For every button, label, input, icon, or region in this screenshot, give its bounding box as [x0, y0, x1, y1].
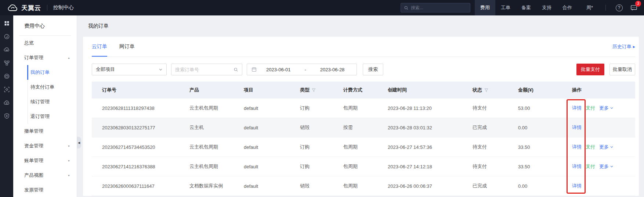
order-number-search[interactable]: [171, 64, 242, 75]
network-topology-icon[interactable]: [4, 60, 10, 66]
date-end[interactable]: 2023-06-28: [320, 67, 345, 72]
column-label: 订单号: [102, 87, 116, 93]
cloud-server-icon[interactable]: [4, 47, 10, 53]
sidebar-item[interactable]: 我的订单: [13, 65, 77, 80]
chevron-down-icon: ▼: [68, 174, 70, 177]
chevron-up-icon: ▲: [68, 57, 70, 59]
scan-focus-icon: [4, 86, 10, 93]
column-label: 状态: [473, 87, 482, 93]
messages-button[interactable]: 3: [626, 0, 641, 15]
cell-project: default: [244, 125, 300, 130]
sidebar-item[interactable]: 账单管理▼: [13, 153, 77, 168]
detail-action-link[interactable]: 详情: [572, 183, 582, 189]
sidebar-item[interactable]: 待支付订单: [13, 80, 77, 94]
sidebar-item-label: 我的订单: [30, 69, 50, 76]
cell-billing: 包周期: [343, 163, 388, 170]
detail-action-link[interactable]: 详情: [572, 144, 582, 150]
cell-product: 云主机: [189, 124, 244, 131]
orders-table-header: 订单号产品项目类型计费方式创建时间状态金额(¥)操作: [92, 82, 635, 98]
cell-billing: 包周期: [343, 144, 388, 150]
apps-grid-icon[interactable]: [4, 20, 10, 26]
column-label: 创建时间: [388, 87, 407, 93]
cell-amount: 33.50: [518, 144, 572, 150]
sidebar-item[interactable]: 续订管理: [13, 94, 77, 109]
cell-order-no: 20230627145734453520: [102, 144, 189, 150]
cell-status: 待支付: [473, 144, 518, 150]
pay-action-link[interactable]: 支付: [586, 105, 595, 111]
global-search-input[interactable]: [411, 5, 467, 10]
date-start[interactable]: 2023-06-01: [266, 67, 291, 72]
cell-product: 云主机包周期: [189, 105, 244, 111]
cell-created: 2023-06-28 11:13:20: [388, 105, 473, 111]
sidebar-item[interactable]: 撤单管理: [13, 124, 77, 139]
dashboard-gauge-icon: [4, 33, 10, 40]
row-actions: 详情支付更多: [572, 144, 635, 150]
cell-billing: 包周期: [343, 183, 388, 189]
cell-created: 2023-06-26 00:06:37: [388, 183, 473, 189]
nav-menu-item[interactable]: 工单: [495, 0, 516, 15]
table-column-header: 计费方式: [343, 87, 388, 93]
search-button[interactable]: 搜索: [363, 64, 383, 75]
more-action-link[interactable]: 更多: [599, 144, 614, 150]
pay-action-link[interactable]: 支付: [586, 144, 595, 150]
more-action-link[interactable]: 更多: [599, 105, 614, 111]
chevron-down-icon: ▼: [68, 145, 70, 147]
product-icon-rail: [0, 15, 13, 197]
detail-action-link[interactable]: 详情: [572, 105, 582, 111]
cell-created: 2023-06-27 14:57:36: [388, 144, 473, 150]
console-center-link[interactable]: 控制中心: [53, 4, 74, 11]
nav-menu-item[interactable]: 费用: [475, 0, 495, 15]
more-action-link[interactable]: 更多: [599, 163, 614, 170]
console-window-icon[interactable]: [4, 73, 10, 79]
nav-menu-item[interactable]: 备案: [516, 0, 536, 15]
detail-action-link[interactable]: 详情: [572, 163, 582, 170]
sidebar-collapse-handle[interactable]: ◀: [77, 137, 81, 148]
calendar-icon: [252, 67, 257, 72]
cell-project: default: [244, 105, 300, 111]
cell-order-no: 20230626000637111647: [102, 183, 189, 189]
table-column-header: 类型: [300, 87, 343, 93]
date-separator: -: [305, 67, 306, 72]
cell-product: 云主机包周期: [189, 163, 244, 170]
tab-active[interactable]: 云订单: [92, 37, 107, 57]
sidebar-item[interactable]: 退订管理: [13, 109, 77, 124]
nav-menu-item[interactable]: 合作: [557, 0, 578, 15]
detail-action-link[interactable]: 详情: [572, 124, 582, 131]
column-label: 计费方式: [343, 87, 362, 93]
cell-order-no: 20230628030132275177: [102, 125, 189, 130]
history-orders-link[interactable]: 历史订单▶: [612, 43, 635, 50]
dashboard-gauge-icon[interactable]: [4, 33, 10, 40]
tab-item[interactable]: 网订单: [119, 37, 135, 57]
column-label: 产品: [189, 87, 199, 93]
cell-status: 待支付: [473, 163, 518, 170]
filter-funnel-icon[interactable]: [312, 88, 316, 92]
sidebar-item[interactable]: 资金管理▼: [13, 139, 77, 153]
pay-action-link[interactable]: 支付: [586, 163, 595, 170]
help-button[interactable]: ?: [612, 0, 626, 15]
project-select[interactable]: 全部项目: [92, 64, 167, 75]
global-search-box[interactable]: [401, 3, 470, 12]
sidebar-item-label: 订单管理: [24, 54, 43, 61]
filter-funnel-icon[interactable]: [484, 88, 488, 92]
security-shield-icon[interactable]: [4, 113, 10, 119]
sidebar-item[interactable]: 发票管理: [13, 183, 77, 197]
brand-cloud-logo-icon: [7, 4, 18, 12]
cloud-transfer-icon[interactable]: [4, 100, 10, 106]
network-topology-icon: [4, 60, 10, 66]
filter-toolbar: 全部项目 2023-06-01 - 2023-06-28 搜索 批量支付 批量取…: [92, 64, 635, 75]
batch-cancel-button[interactable]: 批量取消: [609, 64, 635, 75]
cell-created: 2023-06-27 14:12:18: [388, 164, 473, 169]
nav-menu-item[interactable]: 支持: [536, 0, 557, 15]
order-number-input[interactable]: [175, 67, 234, 72]
batch-pay-button[interactable]: 批量支付: [576, 64, 604, 75]
date-range-picker[interactable]: 2023-06-01 - 2023-06-28: [247, 64, 357, 75]
sidebar-item[interactable]: 订单管理▲: [13, 50, 77, 65]
cell-amount: 0.00: [518, 183, 572, 189]
chevron-down-icon: [610, 145, 614, 149]
cell-type: 订购: [300, 163, 343, 170]
sidebar-item[interactable]: 总览: [13, 36, 77, 50]
user-account-menu[interactable]: 周*: [578, 0, 600, 15]
scan-focus-icon[interactable]: [4, 86, 10, 93]
help-icon: ?: [616, 4, 623, 11]
sidebar-item[interactable]: 产品视图▼: [13, 168, 77, 183]
